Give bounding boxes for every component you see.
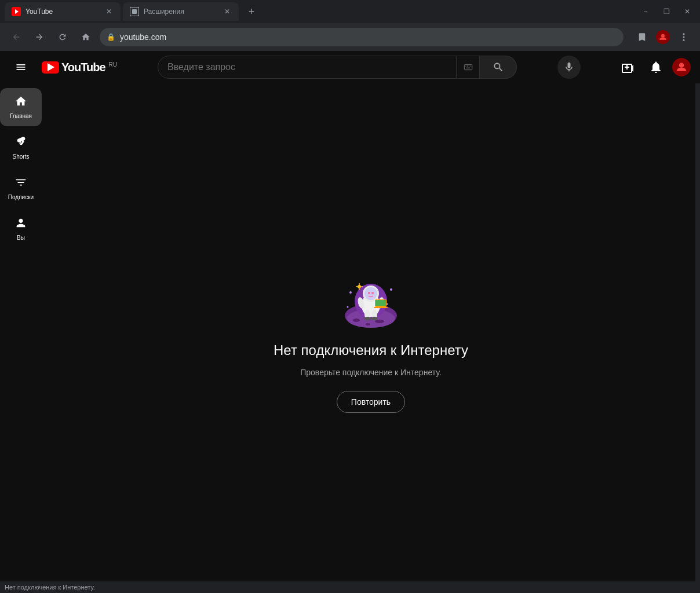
- back-button[interactable]: [7, 28, 25, 46]
- sidebar-item-you[interactable]: Вы: [0, 210, 42, 248]
- svg-rect-8: [464, 64, 472, 69]
- youtube-main: Нет подключения к Интернету Проверьте по…: [42, 83, 700, 593]
- voice-search-button[interactable]: [557, 56, 581, 79]
- search-input[interactable]: [158, 56, 457, 79]
- shorts-icon: [14, 136, 27, 151]
- retry-button[interactable]: Повторить: [337, 391, 405, 413]
- svg-point-29: [371, 292, 374, 294]
- home-icon: [14, 95, 27, 111]
- you-icon: [14, 217, 27, 232]
- new-tab-button[interactable]: +: [243, 3, 260, 20]
- svg-point-14: [679, 63, 684, 68]
- svg-point-28: [368, 292, 370, 294]
- tab-extensions[interactable]: Расширения ✕: [123, 2, 239, 21]
- youtube-logo[interactable]: YouTube RU: [42, 61, 117, 74]
- tab-youtube-title: YouTube: [25, 8, 100, 16]
- offline-subtitle: Проверьте подключение к Интернету.: [300, 368, 442, 377]
- sidebar-shorts-label: Shorts: [13, 153, 30, 160]
- browser-window: YouTube ✕ Расширения ✕ + − ❐ ✕: [0, 0, 700, 593]
- tab-youtube[interactable]: YouTube ✕: [5, 2, 121, 21]
- svg-rect-9: [465, 65, 466, 66]
- sidebar-item-shorts[interactable]: Shorts: [0, 129, 42, 167]
- close-button[interactable]: ✕: [679, 3, 695, 20]
- svg-rect-34: [374, 307, 388, 308]
- svg-point-5: [683, 33, 685, 35]
- status-text: Нет подключения к Интернету.: [5, 584, 95, 591]
- svg-point-19: [366, 323, 370, 325]
- svg-point-38: [371, 317, 378, 320]
- user-avatar[interactable]: [672, 58, 691, 76]
- offline-container: Нет подключения к Интернету Проверьте по…: [250, 240, 491, 436]
- reload-button[interactable]: [53, 28, 72, 46]
- nav-profile-button[interactable]: [654, 28, 672, 46]
- svg-point-7: [683, 39, 685, 41]
- bookmark-button[interactable]: [633, 28, 651, 46]
- scrollbar[interactable]: [695, 51, 700, 593]
- offline-illustration: [336, 263, 406, 333]
- youtube-sidebar: Главная Shorts Подписки: [0, 83, 42, 593]
- svg-rect-13: [466, 68, 470, 68]
- sidebar-item-subscriptions[interactable]: Подписки: [0, 169, 42, 207]
- minimize-button[interactable]: −: [637, 3, 654, 20]
- subscriptions-icon: [14, 176, 27, 192]
- svg-point-21: [349, 291, 352, 294]
- nav-right-controls: [633, 28, 693, 46]
- svg-point-4: [661, 34, 665, 38]
- sidebar-you-label: Вы: [17, 235, 25, 241]
- keyboard-icon[interactable]: [457, 56, 480, 79]
- svg-point-22: [390, 288, 392, 291]
- url-text: youtube.com: [120, 32, 617, 42]
- svg-point-24: [347, 306, 348, 308]
- tab-extensions-title: Расширения: [144, 8, 218, 16]
- tab-youtube-close[interactable]: ✕: [104, 7, 114, 16]
- hamburger-menu-button[interactable]: [9, 56, 32, 79]
- svg-rect-33: [375, 300, 386, 306]
- youtube-body: Главная Shorts Подписки: [0, 83, 700, 593]
- home-button[interactable]: [76, 28, 95, 46]
- maximize-button[interactable]: ❐: [658, 3, 675, 20]
- sidebar-item-home[interactable]: Главная: [0, 88, 42, 126]
- nav-bar: 🔒 youtube.com: [0, 23, 700, 51]
- tab-extensions-favicon: [130, 7, 139, 16]
- svg-point-27: [364, 287, 377, 300]
- tab-bar: YouTube ✕ Расширения ✕ + − ❐ ✕: [0, 0, 700, 23]
- youtube-logo-ru: RU: [109, 61, 117, 68]
- svg-rect-3: [132, 9, 137, 14]
- sidebar-subscriptions-label: Подписки: [8, 194, 34, 200]
- lock-icon: 🔒: [107, 33, 115, 41]
- create-button[interactable]: [617, 56, 640, 79]
- status-bar: Нет подключения к Интернету.: [0, 581, 700, 593]
- svg-point-6: [683, 36, 685, 38]
- svg-point-18: [375, 320, 384, 323]
- youtube-logo-text: YouTube: [61, 61, 105, 74]
- address-bar[interactable]: 🔒 youtube.com: [100, 28, 624, 46]
- youtube-app: YouTube RU: [0, 51, 700, 593]
- window-controls: − ❐ ✕: [637, 3, 695, 20]
- youtube-logo-icon: [42, 61, 59, 74]
- svg-point-17: [353, 319, 360, 322]
- search-button[interactable]: [480, 56, 517, 79]
- header-right: [617, 56, 691, 79]
- svg-rect-10: [467, 65, 468, 66]
- search-container: [158, 56, 517, 79]
- offline-title: Нет подключения к Интернету: [274, 342, 468, 358]
- tab-extensions-close[interactable]: ✕: [223, 7, 232, 16]
- play-triangle: [48, 63, 54, 71]
- svg-point-37: [364, 317, 371, 320]
- svg-rect-12: [470, 65, 471, 66]
- tab-youtube-favicon: [12, 7, 21, 16]
- svg-rect-11: [468, 65, 469, 66]
- sidebar-home-label: Главная: [10, 113, 32, 119]
- youtube-header: YouTube RU: [0, 51, 700, 83]
- notifications-button[interactable]: [644, 56, 668, 79]
- browser-menu-button[interactable]: [675, 28, 693, 46]
- forward-button[interactable]: [30, 28, 49, 46]
